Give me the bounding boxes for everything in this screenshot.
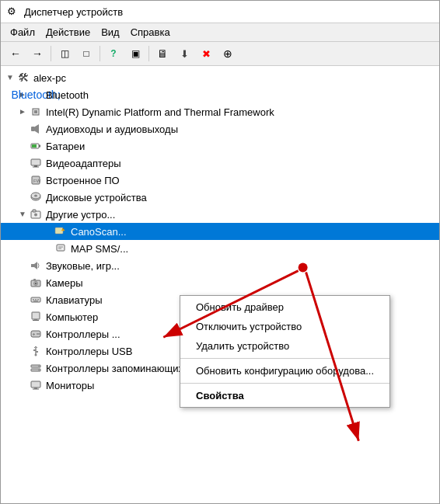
tree-root[interactable]: ▼ 🛠 alex-pc (1, 69, 439, 86)
svg-rect-6 (32, 144, 37, 148)
root-label: alex-pc (33, 73, 436, 83)
display-icon (29, 156, 43, 170)
back-button[interactable]: ← (5, 44, 26, 63)
other-label: Другие устро... (46, 210, 436, 220)
bluetooth-icon: Bluetooth; (29, 88, 43, 102)
firmware-icon: FW (29, 173, 43, 187)
tree-item-map-sms[interactable]: ► MAP SMS/... (1, 240, 439, 257)
svg-point-41 (37, 333, 38, 335)
ctx-scan-hardware[interactable]: Обновить конфигурацию оборудова... (180, 361, 389, 381)
computer-icon: 🛠 (16, 71, 30, 85)
svg-marker-25 (34, 262, 37, 269)
ctx-disable-device[interactable]: Отключить устройство (180, 317, 389, 336)
camera-label: Камеры (46, 278, 436, 288)
svg-point-52 (38, 370, 40, 371)
ctx-update-driver[interactable]: Обновить драйвер (180, 297, 389, 317)
tree-item-audio[interactable]: ► Аудиовходы и аудиовыходы (1, 120, 439, 137)
svg-rect-48 (36, 351, 38, 353)
tree-item-intel[interactable]: ► Intel(R) Dynamic Platform and Thermal … (1, 103, 439, 120)
svg-text:!: ! (63, 228, 64, 231)
menu-file[interactable]: Файл (5, 25, 40, 40)
tree-item-sound[interactable]: ► Звуковые, игр... (1, 257, 439, 274)
menu-view[interactable]: Вид (96, 25, 124, 40)
tree-item-disk[interactable]: ► Дисковые устройства (1, 189, 439, 206)
camera-icon (29, 276, 43, 290)
disk-icon (29, 190, 43, 204)
audio-label: Аудиовходы и аудиовыходы (46, 124, 436, 134)
toolbar-btn-2[interactable]: □ (76, 44, 96, 63)
svg-rect-29 (33, 279, 36, 280)
window-title: Диспетчер устройств (24, 6, 123, 18)
ctx-uninstall-device[interactable]: Удалить устройство (180, 336, 389, 356)
help-button[interactable]: ? (103, 44, 124, 63)
usb-icon (29, 344, 43, 358)
toolbar-separator-2 (100, 46, 100, 61)
svg-rect-34 (33, 301, 38, 302)
svg-rect-31 (33, 299, 34, 301)
warning-icon: ! (54, 224, 68, 238)
map-sms-label: MAP SMS/... (71, 244, 436, 254)
tree-item-firmware[interactable]: ► FW Встроенное ПО (1, 172, 439, 189)
other-icon (29, 207, 43, 221)
pc-icon (29, 310, 43, 324)
svg-rect-40 (33, 334, 35, 335)
storage-icon (29, 361, 43, 375)
menu-action[interactable]: Действие (41, 25, 95, 40)
svg-point-14 (34, 195, 37, 197)
svg-point-28 (35, 283, 37, 285)
audio-icon (29, 122, 43, 136)
svg-rect-24 (31, 264, 34, 267)
sms-icon (54, 242, 68, 255)
svg-point-51 (38, 366, 40, 367)
svg-rect-16 (33, 210, 36, 212)
svg-point-46 (35, 354, 37, 356)
menu-help[interactable]: Справка (126, 25, 175, 40)
tree-item-other[interactable]: ▼ Другие устро... (1, 206, 439, 223)
title-bar: ⚙ Диспетчер устройств (1, 1, 439, 23)
svg-point-17 (34, 214, 37, 217)
toolbar-btn-1[interactable]: ◫ (54, 44, 75, 63)
disk-label: Дисковые устройства (46, 193, 436, 203)
battery-label: Батареи (46, 141, 436, 151)
canoscan-label: CanoScan... (71, 227, 436, 237)
controller-icon (29, 327, 43, 341)
battery-icon (29, 139, 43, 153)
intel-label: Intel(R) Dynamic Platform and Thermal Fr… (46, 107, 436, 117)
window-icon: ⚙ (7, 5, 19, 18)
bluetooth-label: Bluetooth (46, 90, 436, 100)
svg-rect-47 (33, 349, 36, 351)
context-menu: Обновить драйвер Отключить устройство Уд… (180, 295, 390, 408)
uninstall-button[interactable]: ✖ (196, 44, 216, 63)
ctx-separator-2 (180, 383, 389, 384)
sound-label: Звуковые, игр... (46, 261, 436, 271)
toolbar-separator-1 (51, 46, 51, 61)
install-button[interactable]: ⬇ (174, 44, 194, 63)
svg-text:FW: FW (33, 179, 41, 183)
toolbar-separator-3 (148, 46, 149, 61)
tree-item-bluetooth[interactable]: ► Bluetooth; Bluetooth (1, 86, 439, 103)
ctx-separator-1 (180, 358, 389, 359)
display-label: Видеоадаптеры (46, 158, 436, 169)
svg-rect-5 (39, 145, 40, 148)
svg-rect-32 (35, 299, 37, 301)
cpu-icon (29, 105, 43, 119)
root-expand[interactable]: ▼ (4, 71, 16, 84)
toolbar: ← → ◫ □ ? ▣ 🖥 ⬇ ✖ ⊕ (1, 42, 439, 66)
ctx-properties[interactable]: Свойства (180, 386, 389, 405)
firmware-label: Встроенное ПО (46, 176, 436, 186)
tree-item-battery[interactable]: ► Батареи (1, 137, 439, 155)
toolbar-btn-3[interactable]: ▣ (125, 44, 145, 63)
scan-button[interactable]: ⊕ (218, 44, 238, 63)
svg-rect-33 (37, 299, 39, 301)
svg-rect-35 (32, 312, 40, 319)
tree-item-display[interactable]: ► Видеоадаптеры (1, 155, 439, 172)
sound-icon (29, 259, 43, 273)
svg-rect-2 (31, 127, 35, 131)
tree-item-canoscan[interactable]: ► ! CanoScan... (1, 223, 439, 240)
intel-expand[interactable]: ► (16, 106, 29, 118)
other-expand[interactable]: ▼ (16, 208, 29, 221)
svg-point-42 (38, 333, 40, 335)
tree-item-camera[interactable]: ► Камеры (1, 274, 439, 291)
forward-button[interactable]: → (27, 44, 47, 63)
update-driver-toolbar[interactable]: 🖥 (152, 44, 173, 63)
